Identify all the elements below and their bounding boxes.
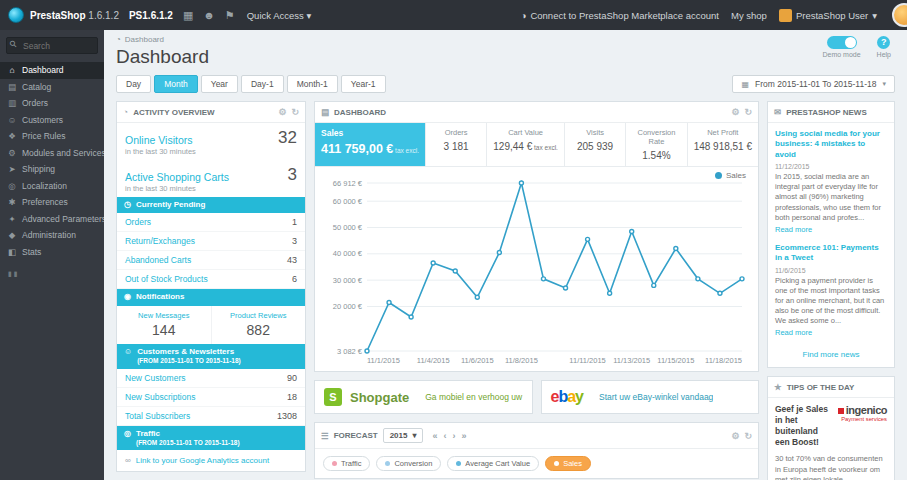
ingenico-dot-icon — [838, 408, 844, 414]
my-shop-label: My shop — [731, 10, 767, 21]
filter-button-year-1[interactable]: Year-1 — [341, 75, 386, 93]
news-article-title[interactable]: Using social media for your business: 4 … — [775, 129, 887, 160]
kpi-label: Visits — [571, 128, 619, 137]
date-range-picker[interactable]: ▦ From 2015-11-01 To 2015-11-18 ▾ — [732, 75, 895, 93]
shopgate-banner[interactable]: S Shopgate Ga mobiel en verhoog uw omzet — [314, 380, 533, 414]
sidebar-item-modules-and-services[interactable]: ⚙Modules and Services — [0, 145, 104, 162]
stat-value: 1 — [292, 217, 297, 227]
notification-cell-product-reviews[interactable]: Product Reviews882 — [212, 306, 306, 344]
quick-access-menu[interactable]: Quick Access ▾ — [247, 10, 311, 21]
gear-icon[interactable]: ⚙ — [278, 107, 286, 117]
sidebar-item-dashboard[interactable]: ⌂Dashboard — [0, 62, 104, 79]
stat-link-total-subscribers[interactable]: Total Subscribers — [125, 411, 190, 421]
activity-icon: ◔ — [123, 107, 128, 117]
help-icon[interactable]: ? — [877, 36, 890, 49]
notification-cell-new-messages[interactable]: New Messages144 — [117, 306, 212, 344]
person-icon[interactable]: ☻ — [203, 9, 215, 21]
kpi-visits[interactable]: Visits205 939 — [565, 123, 626, 166]
sidebar-item-catalog[interactable]: ▤Catalog — [0, 79, 104, 96]
sidebar-item-advanced-parameters[interactable]: ✦Advanced Parameters — [0, 211, 104, 228]
news-article-title[interactable]: Ecommerce 101: Payments in a Tweet — [775, 243, 887, 264]
gear-icon[interactable]: ⚙ — [731, 107, 739, 117]
link-icon: ∞ — [125, 456, 131, 465]
forecast-pill-sales[interactable]: Sales — [545, 456, 591, 471]
next-page-icon[interactable]: › — [452, 431, 455, 441]
legend-label: Sales — [726, 171, 746, 180]
forecast-panel: ☰ FORECAST 2015▾ « ‹ › » ⚙↻ TrafficConve… — [314, 422, 759, 479]
ebay-letter: b — [558, 388, 567, 405]
kpi-orders[interactable]: Orders3 181 — [426, 123, 487, 166]
marketplace-connect-link[interactable]: ◑Connect to PrestaShop Marketplace accou… — [521, 10, 719, 21]
forecast-pill-conversion[interactable]: Conversion — [376, 456, 441, 471]
prev-page-icon[interactable]: ‹ — [443, 431, 446, 441]
kpi-cart-value[interactable]: Cart Value129,44 € tax excl. — [487, 123, 565, 166]
legend-dot-icon — [385, 461, 390, 466]
refresh-icon[interactable]: ↻ — [744, 107, 752, 117]
active-carts-link[interactable]: Active Shopping Carts — [125, 171, 229, 183]
stat-link-out-of-stock-products[interactable]: Out of Stock Products — [125, 274, 208, 284]
sidebar-item-label: Price Rules — [22, 131, 65, 141]
my-shop-link[interactable]: My shop — [731, 10, 767, 21]
filter-button-month[interactable]: Month — [154, 75, 198, 93]
sidebar-item-orders[interactable]: ▥Orders — [0, 95, 104, 112]
stat-row: Return/Exchanges3 — [117, 232, 305, 251]
user-name: PrestaShop User — [796, 10, 868, 21]
legend-dot-icon — [554, 461, 559, 466]
user-menu[interactable]: PrestaShop User ▾ — [779, 9, 877, 22]
kpi-net-profit[interactable]: Net Profit148 918,51 € — [688, 123, 758, 166]
kpi-conversion-rate[interactable]: Conversion Rate1.54% — [626, 123, 687, 166]
google-analytics-link[interactable]: ∞ Link to your Google Analytics account — [117, 450, 305, 471]
stat-row: Total Subscribers1308 — [117, 407, 305, 426]
refresh-icon[interactable]: ↻ — [744, 431, 752, 441]
kpi-label: Net Profit — [694, 128, 752, 137]
search-input[interactable] — [6, 37, 98, 54]
first-page-icon[interactable]: « — [432, 431, 437, 441]
sidebar-item-stats[interactable]: ◧Stats — [0, 244, 104, 261]
kpi-sales[interactable]: Sales411 759,00 € tax excl. — [315, 123, 426, 166]
ebay-banner[interactable]: ebay Start uw eBay-winkel vandaag — [541, 380, 760, 414]
forecast-pill-traffic[interactable]: Traffic — [323, 456, 370, 471]
tips-content: Geef je Sales in het buitenland een Boos… — [768, 398, 894, 480]
gear-icon[interactable]: ⚙ — [731, 431, 739, 441]
stat-value: 43 — [287, 255, 297, 265]
read-more-link[interactable]: Read more — [775, 225, 812, 234]
stat-link-new-customers[interactable]: New Customers — [125, 373, 185, 383]
sidebar-collapse-icon[interactable]: ▮▮ — [8, 270, 96, 278]
announcements-icon[interactable]: ⚑ — [225, 9, 235, 22]
filter-button-day-1[interactable]: Day-1 — [241, 75, 284, 93]
brand-version: 1.6.1.2 — [88, 10, 119, 21]
shopgate-cta-link[interactable]: Ga mobiel en verhoog uw omzet — [425, 392, 522, 402]
ebay-letter: a — [567, 388, 575, 405]
last-page-icon[interactable]: » — [461, 431, 466, 441]
forecast-year-value: 2015 — [390, 431, 408, 440]
people-icon: ☺ — [124, 347, 132, 357]
sales-chart: Sales 66 912 €60 000 €50 000 €40 000 €30… — [317, 169, 756, 367]
sidebar-item-preferences[interactable]: ✱Preferences — [0, 194, 104, 211]
stat-row: Orders1 — [117, 213, 305, 232]
forecast-pill-average-cart-value[interactable]: Average Cart Value — [447, 456, 539, 471]
sidebar-item-localization[interactable]: ◎Localization — [0, 178, 104, 195]
sidebar-item-price-rules[interactable]: ❖Price Rules — [0, 128, 104, 145]
sidebar-item-shipping[interactable]: ➤Shipping — [0, 161, 104, 178]
filter-button-day[interactable]: Day — [116, 75, 151, 93]
stat-link-abandoned-carts[interactable]: Abandoned Carts — [125, 255, 191, 265]
sidebar-item-customers[interactable]: ☺Customers — [0, 112, 104, 129]
sidebar-item-label: Modules and Services — [22, 148, 104, 158]
find-more-news-link[interactable]: Find more news — [768, 346, 894, 367]
read-more-link[interactable]: Read more — [775, 328, 812, 337]
forecast-year-select[interactable]: 2015▾ — [383, 428, 424, 443]
stat-link-orders[interactable]: Orders — [125, 217, 151, 227]
notification-cells: New Messages144Product Reviews882 — [117, 306, 305, 344]
stat-link-new-subscriptions[interactable]: New Subscriptions — [125, 392, 195, 402]
refresh-icon[interactable]: ↻ — [291, 107, 299, 117]
demo-mode-toggle[interactable] — [827, 36, 857, 49]
cart-icon[interactable]: ▦ — [183, 9, 193, 22]
filter-button-month-1[interactable]: Month-1 — [287, 75, 338, 93]
sidebar-item-administration[interactable]: ◆Administration — [0, 227, 104, 244]
chart-legend[interactable]: Sales — [715, 171, 746, 180]
ebay-cta-link[interactable]: Start uw eBay-winkel vandaag — [599, 392, 713, 402]
header-controls: Demo mode ? Help — [822, 36, 891, 58]
filter-button-year[interactable]: Year — [201, 75, 238, 93]
stat-link-return-exchanges[interactable]: Return/Exchanges — [125, 236, 195, 246]
online-visitors-link[interactable]: Online Visitors — [125, 134, 193, 146]
